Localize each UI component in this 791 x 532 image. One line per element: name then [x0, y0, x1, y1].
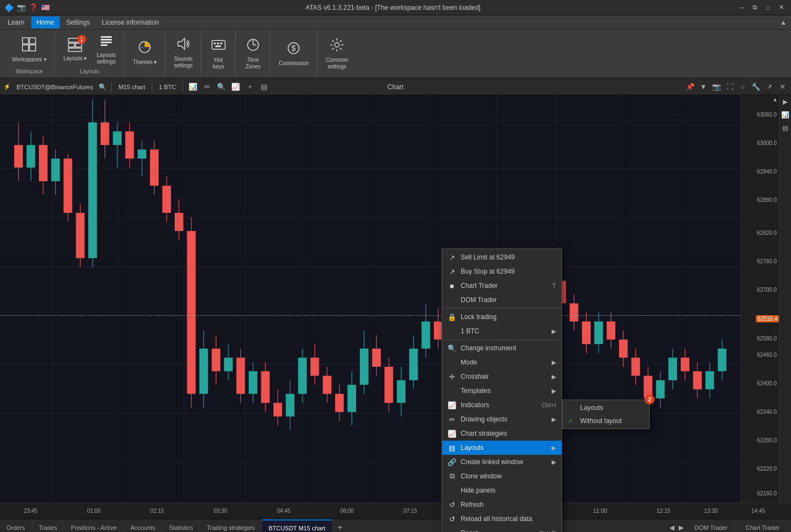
price-axis-scroll-top[interactable]: ▲ — [772, 96, 778, 102]
svg-rect-56 — [199, 349, 208, 394]
draw-button[interactable]: ✏ — [202, 82, 213, 92]
v-gridline-11 — [681, 95, 682, 502]
cm-sell-limit[interactable]: ↗ Sell Limit at 62949 — [442, 250, 561, 264]
menu-license[interactable]: License information — [96, 16, 164, 28]
detach-icon[interactable]: ↗ — [764, 82, 775, 92]
cm-lock-trading[interactable]: 🔒 Lock trading — [442, 310, 561, 324]
close-button[interactable]: ✕ — [776, 3, 787, 13]
svg-rect-18 — [215, 45, 221, 47]
tab-trading-strategies[interactable]: Trading strategies — [200, 519, 262, 532]
right-panel-btn1[interactable]: ▶ — [781, 96, 789, 107]
timezones-label: TimeZones — [245, 57, 261, 70]
search-icon[interactable]: 🔍 — [99, 83, 107, 91]
quantity-selector[interactable]: 1 BTC — [157, 83, 178, 91]
circle-icon[interactable]: ○ — [737, 82, 748, 92]
themes-button[interactable]: Themes ▾ — [129, 37, 160, 68]
restore-button[interactable]: ⧉ — [749, 3, 760, 13]
chart-area[interactable]: .candle-green { fill: #26a69a; stroke: #… — [0, 95, 741, 502]
common-settings-button[interactable]: Commonsettings — [323, 35, 352, 72]
commission-button[interactable]: $ Commission — [276, 38, 312, 69]
help-icon[interactable]: ❓ — [29, 3, 38, 11]
cm-drawing-objects[interactable]: ✏ Drawing objects ▶ — [442, 412, 561, 426]
maximize-button[interactable]: □ — [763, 3, 773, 13]
tab-trades[interactable]: Trades — [32, 519, 65, 532]
right-panel-btn3[interactable]: ▤ — [781, 123, 790, 134]
titlebar-left-icons: 🔷 📷 ❓ 🇺🇸 — [4, 3, 50, 12]
cm-create-linked-window[interactable]: 🔗 Create linked window ▶ — [442, 455, 561, 469]
fullscreen-icon[interactable]: ⛶ — [724, 82, 735, 92]
menu-home[interactable]: Home — [31, 16, 60, 28]
cm-change-instrument[interactable]: 🔍 Change instrument — [442, 341, 561, 355]
cm-layouts[interactable]: ▤ Layouts ▶ — [442, 441, 561, 455]
screenshot-icon[interactable]: 📷 — [17, 3, 26, 11]
hotkeys-button[interactable]: Hotkeys — [207, 35, 231, 72]
timezones-button[interactable]: TimeZones — [241, 35, 265, 72]
tab-statistics[interactable]: Statistics — [162, 519, 200, 532]
app-icon: 🔷 — [4, 3, 14, 12]
pin-icon[interactable]: 📌 — [685, 82, 696, 92]
time-1330: 13:30 — [704, 508, 718, 514]
cm-chart-strategies[interactable]: 📈 Chart strategies — [442, 426, 561, 441]
chart-type-button[interactable]: 📊 — [187, 82, 198, 92]
svg-rect-136 — [693, 371, 702, 389]
sm-layouts[interactable]: Layouts — [563, 401, 649, 414]
tab-orders[interactable]: Orders — [0, 519, 32, 532]
ribbon-group-hotkeys: Hotkeys — [202, 32, 236, 76]
menu-settings[interactable]: Settings — [61, 16, 95, 28]
tab-btcusdt-chart[interactable]: BTCUSDT M15 chart — [262, 519, 333, 532]
scroll-right-btn[interactable]: ▶ — [679, 524, 684, 531]
layout-button[interactable]: ▤ — [259, 82, 270, 92]
toolbar-sep2 — [152, 82, 152, 92]
cm-indicators[interactable]: 📈 Indicators Ctrl+I — [442, 398, 561, 412]
zoom-button[interactable]: 🔍 — [216, 82, 227, 92]
cm-reload-historical[interactable]: ↺ Reload all historical data — [442, 512, 561, 526]
camera-icon[interactable]: 📷 — [711, 82, 722, 92]
timeframe-selector[interactable]: M15 chart — [116, 83, 147, 91]
dom-trader-tab[interactable]: DOM Trader — [688, 524, 735, 531]
tools-icon[interactable]: 🔧 — [750, 82, 761, 92]
cm-dom-trader[interactable]: DOM Trader — [442, 293, 561, 307]
svg-text:$: $ — [291, 44, 296, 53]
cm-1btc[interactable]: 1 BTC ▶ — [442, 324, 561, 338]
cm-buy-stop[interactable]: ↗ Buy Stop at 62949 — [442, 264, 561, 279]
cm-clone-window[interactable]: ⧉ Clone window — [442, 469, 561, 483]
layouts-badge: 1 — [77, 35, 86, 44]
layouts-button[interactable]: 1 Layouts ▾ — [60, 35, 90, 64]
cm-hide-panels[interactable]: Hide panels — [442, 483, 561, 498]
tab-accounts[interactable]: Accounts — [124, 519, 162, 532]
close-chart-icon[interactable]: ✕ — [777, 82, 788, 92]
sm-without-layout[interactable]: ✓ Without layout — [563, 414, 649, 427]
submenu-layouts: Layouts ✓ Without layout 2 — [562, 400, 650, 429]
layouts-settings-button[interactable]: Layoutssettings — [93, 32, 119, 67]
cm-refresh[interactable]: ↺ Refresh — [442, 498, 561, 512]
chart-style-button[interactable]: 📈 — [230, 82, 241, 92]
tab-add-button[interactable]: + — [333, 519, 348, 532]
cm-mode[interactable]: Mode ▶ — [442, 355, 561, 369]
add-indicator-button[interactable]: + — [244, 82, 255, 92]
right-panel-btn2[interactable]: 📊 — [779, 109, 791, 120]
expand-icon[interactable]: ▼ — [698, 82, 709, 92]
workspaces-button[interactable]: Workspaces ▾ — [9, 34, 50, 65]
svg-rect-122 — [607, 321, 616, 339]
cm-clone-label: Clone window — [461, 472, 556, 480]
cm-crosshair[interactable]: ✛ Crosshair ▶ — [442, 369, 561, 384]
svg-rect-9 — [101, 39, 112, 41]
cm-reset[interactable]: Reset Ctrl+R — [442, 526, 561, 532]
tab-positions[interactable]: Positions - Active — [64, 519, 124, 532]
flag-icon[interactable]: 🇺🇸 — [41, 3, 50, 11]
svg-rect-2 — [22, 45, 28, 51]
cm-templates[interactable]: Templates ▶ — [442, 384, 561, 398]
submenu-badge-container: 2 — [645, 395, 655, 404]
collapse-icon[interactable]: ▲ — [780, 19, 787, 26]
scroll-left-btn[interactable]: ◀ — [669, 524, 674, 531]
cm-chart-trader[interactable]: ■ Chart Trader T — [442, 279, 561, 293]
sounds-button[interactable]: Soundssettings — [170, 34, 196, 71]
minimize-button[interactable]: ─ — [736, 3, 747, 13]
ribbon-group-workspace: Workspaces ▾ Workspace — [4, 32, 55, 76]
chart-trader-tab[interactable]: Chart Trader — [739, 524, 787, 531]
chart-symbol[interactable]: BTCUSDT@BinanceFutures — [14, 83, 95, 91]
menu-learn[interactable]: Learn — [2, 16, 30, 28]
time-axis: 23:45 01:00 02:15 03:30 04:45 06:00 07:1… — [0, 502, 791, 519]
dom-trader-icon — [448, 296, 456, 304]
v-gridline-7 — [429, 95, 430, 502]
